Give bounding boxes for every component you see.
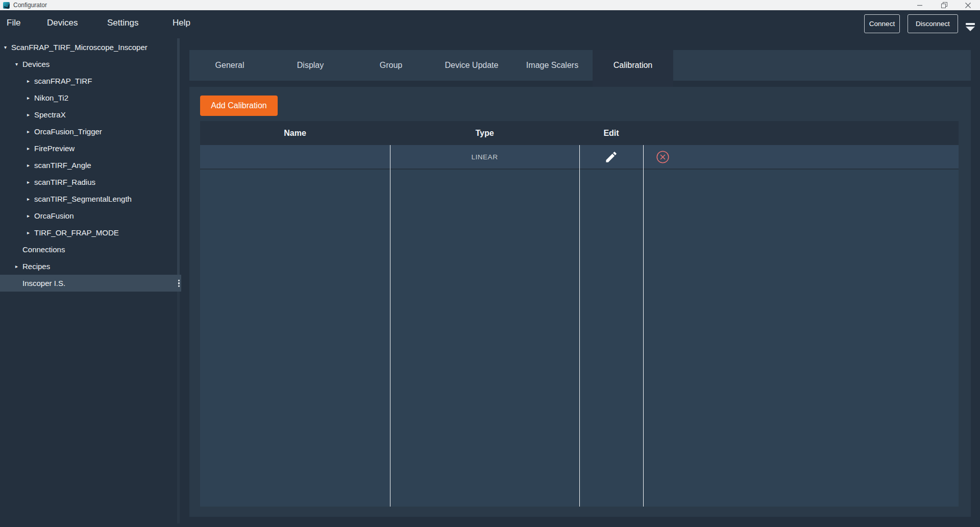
disconnect-button[interactable]: Disconnect — [908, 14, 958, 33]
title-bar: Configurator — [0, 0, 980, 10]
menu-bar: FileDevicesSettingsHelp — [0, 10, 980, 36]
minimize-button[interactable] — [908, 0, 932, 10]
close-icon — [965, 3, 971, 8]
tab-calibration[interactable]: Calibration — [593, 50, 673, 87]
sidebar-item-label: Connections — [22, 245, 65, 254]
column-header-edit: Edit — [579, 129, 643, 138]
tab-strip: GeneralDisplayGroupDevice UpdateImage Sc… — [189, 50, 971, 81]
sidebar-item-label: scanTIRF_Radius — [34, 178, 95, 186]
tab-display[interactable]: Display — [270, 50, 351, 81]
restore-icon — [941, 2, 947, 8]
expand-arrow-icon[interactable]: ▸ — [27, 162, 34, 168]
connect-button[interactable]: Connect — [864, 14, 900, 33]
expand-arrow-icon[interactable]: ▸ — [27, 146, 34, 151]
sidebar-item-orcafusion-trigger[interactable]: ▸OrcaFusion_Trigger — [0, 123, 181, 140]
sidebar-item-label: TIRF_OR_FRAP_MODE — [34, 228, 119, 237]
sidebar-item-devices[interactable]: ▾Devices — [0, 56, 181, 73]
collapse-arrow-icon[interactable]: ▾ — [4, 44, 11, 50]
column-header-name: Name — [200, 129, 390, 138]
menu-item-settings[interactable]: Settings — [107, 10, 138, 36]
expand-arrow-icon[interactable]: ▸ — [27, 213, 34, 219]
tab-group[interactable]: Group — [351, 50, 431, 81]
sidebar-item-recipes[interactable]: ▸Recipes — [0, 258, 181, 275]
column-separator — [579, 145, 580, 507]
sidebar-item-connections[interactable]: Connections — [0, 241, 181, 258]
cell-type: LINEAR — [390, 145, 579, 169]
expand-arrow-icon[interactable]: ▸ — [27, 129, 34, 134]
sidebar-item-label: scanTIRF_SegmentalLength — [34, 195, 132, 203]
sidebar-item-label: OrcaFusion_Trigger — [34, 127, 102, 136]
table-body: LINEAR — [200, 145, 959, 507]
sidebar-item-label: scanFRAP_TIRF — [34, 77, 92, 85]
column-separator — [643, 145, 644, 507]
tab-general[interactable]: General — [189, 50, 270, 81]
sidebar-item-nikon-ti2[interactable]: ▸Nikon_Ti2 — [0, 89, 181, 106]
collapse-arrow-icon[interactable]: ▾ — [15, 61, 22, 67]
sidebar-item-tirf-or-frap-mode[interactable]: ▸TIRF_OR_FRAP_MODE — [0, 224, 181, 241]
sidebar-item-scantirf-angle[interactable]: ▸scanTIRF_Angle — [0, 157, 181, 174]
sidebar-item-label: OrcaFusion — [34, 211, 74, 220]
window-title: Configurator — [13, 2, 47, 9]
cell-name — [200, 145, 390, 169]
maximize-button[interactable] — [932, 0, 956, 10]
delete-circle-x-icon — [656, 150, 670, 164]
sidebar-item-inscoper-i-s[interactable]: Inscoper I.S. — [0, 275, 181, 292]
sidebar-item-label: Inscoper I.S. — [22, 279, 65, 288]
tab-image-scalers[interactable]: Image Scalers — [512, 50, 593, 81]
column-separator — [390, 145, 390, 507]
sidebar-item-label: Recipes — [22, 262, 50, 271]
sidebar-item-label: Nikon_Ti2 — [34, 93, 68, 102]
sidebar-item-firepreview[interactable]: ▸FirePreview — [0, 140, 181, 157]
sidebar-item-label: SpectraX — [34, 110, 66, 119]
expand-arrow-icon[interactable]: ▸ — [27, 112, 34, 117]
sidebar-item-label: scanTIRF_Angle — [34, 161, 91, 170]
window-controls — [908, 0, 980, 10]
device-tree: ▾ScanFRAP_TIRF_Microscope_Inscoper▾Devic… — [0, 39, 181, 292]
filter-icon[interactable] — [966, 23, 975, 31]
expand-arrow-icon[interactable]: ▸ — [27, 95, 34, 101]
sidebar-item-scantirf-segmentallength[interactable]: ▸scanTIRF_SegmentalLength — [0, 190, 181, 207]
sidebar-item-orcafusion[interactable]: ▸OrcaFusion — [0, 207, 181, 224]
app-logo-icon — [3, 2, 10, 9]
minimize-icon — [917, 3, 923, 8]
close-button[interactable] — [956, 0, 980, 10]
calibration-panel: Add Calibration NameTypeEdit LINEAR — [189, 87, 971, 517]
sidebar-item-scanfrap-tirf-microscope-inscoper[interactable]: ▾ScanFRAP_TIRF_Microscope_Inscoper — [0, 39, 181, 56]
menu-item-devices[interactable]: Devices — [47, 10, 78, 36]
sidebar-item-label: ScanFRAP_TIRF_Microscope_Inscoper — [11, 43, 148, 52]
expand-arrow-icon[interactable]: ▸ — [27, 196, 34, 202]
expand-arrow-icon[interactable]: ▸ — [15, 264, 22, 269]
sidebar-item-label: Devices — [22, 60, 50, 68]
edit-button[interactable] — [579, 145, 643, 169]
delete-button[interactable] — [643, 145, 959, 169]
table-header: NameTypeEdit — [200, 121, 959, 145]
sidebar-item-scantirf-radius[interactable]: ▸scanTIRF_Radius — [0, 174, 181, 190]
column-header-type: Type — [390, 129, 579, 138]
expand-arrow-icon[interactable]: ▸ — [27, 230, 34, 235]
sidebar-item-spectrax[interactable]: ▸SpectraX — [0, 106, 181, 123]
expand-arrow-icon[interactable]: ▸ — [27, 179, 34, 185]
menu-item-file[interactable]: File — [7, 10, 20, 36]
sidebar: ▾ScanFRAP_TIRF_Microscope_Inscoper▾Devic… — [0, 36, 181, 527]
add-calibration-button[interactable]: Add Calibration — [200, 95, 278, 116]
menu-item-help[interactable]: Help — [173, 10, 190, 36]
expand-arrow-icon[interactable]: ▸ — [27, 78, 34, 84]
sidebar-item-scanfrap-tirf[interactable]: ▸scanFRAP_TIRF — [0, 73, 181, 89]
tab-device-update[interactable]: Device Update — [431, 50, 512, 81]
sidebar-item-label: FirePreview — [34, 144, 75, 153]
edit-pencil-icon — [604, 150, 618, 164]
kebab-menu-icon[interactable] — [178, 279, 180, 287]
